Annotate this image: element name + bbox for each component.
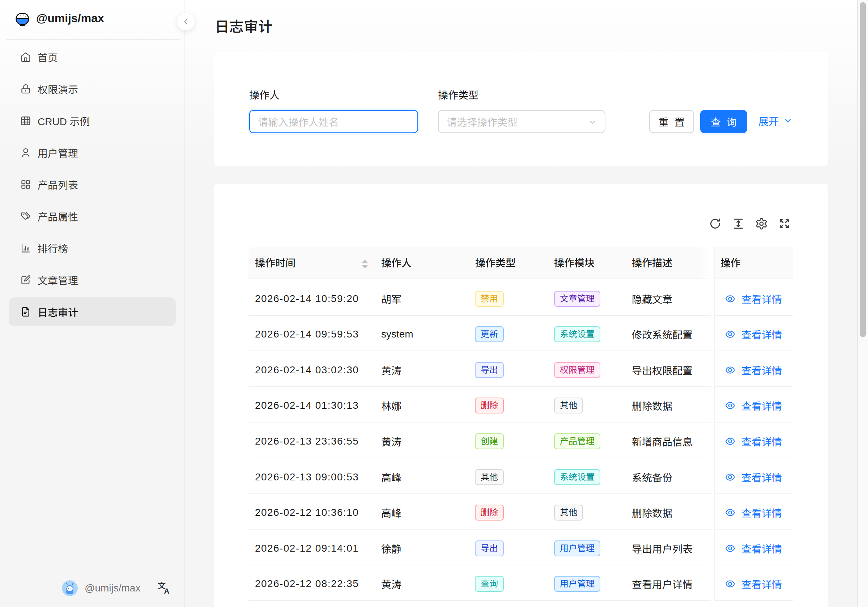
svg-text:A: A: [164, 587, 169, 595]
